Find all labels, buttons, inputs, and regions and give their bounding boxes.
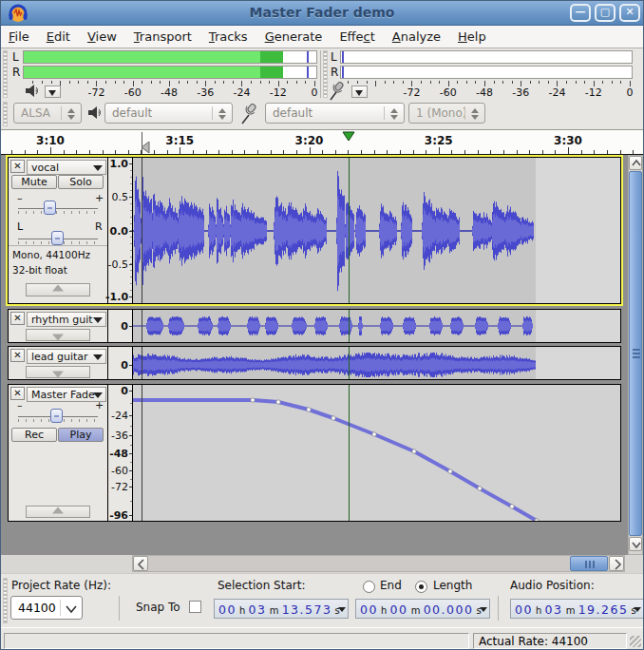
mute-button[interactable]: Mute: [11, 175, 57, 189]
track-close-button[interactable]: ✕: [10, 160, 25, 173]
menu-analyze[interactable]: Analyze: [384, 26, 449, 48]
radio-length[interactable]: [415, 581, 427, 593]
input-device-select[interactable]: default: [265, 103, 405, 124]
playhead-marker[interactable]: [342, 131, 356, 142]
project-rate-select[interactable]: 44100: [10, 596, 83, 620]
minimize-button[interactable]: —: [570, 4, 591, 22]
track-format-info: Mono, 44100Hz: [12, 249, 90, 260]
ruler-minor-tick: [130, 217, 132, 218]
selbar-separator-2: [498, 596, 499, 621]
selection-length-field[interactable]: 00 h 00 m 00.000 s: [355, 599, 490, 619]
meter-rec-dropdown[interactable]: [351, 86, 368, 98]
ruler-amp-label: 0.0: [105, 225, 128, 238]
track-name-button[interactable]: vocal: [27, 160, 106, 175]
host-select[interactable]: ALSA: [13, 103, 82, 124]
track-expand-button[interactable]: [26, 329, 90, 341]
meter-peak-hold: [342, 67, 344, 78]
gain-plus-label: +: [95, 192, 104, 204]
timeline-tick: [271, 150, 272, 154]
maximize-button[interactable]: ▢: [595, 4, 616, 22]
track-close-button[interactable]: ✕: [10, 312, 25, 325]
recording-meter-left[interactable]: [340, 50, 633, 64]
scroll-right-button[interactable]: [609, 556, 624, 571]
snap-to-checkbox[interactable]: [189, 601, 201, 613]
horizontal-scrollbar[interactable]: [132, 555, 625, 572]
scroll-up-button[interactable]: [629, 156, 642, 170]
radio-end[interactable]: [363, 581, 375, 593]
gain-slider-thumb[interactable]: [44, 201, 56, 215]
ruler-tick: [129, 515, 132, 516]
menu-view[interactable]: View: [79, 26, 125, 48]
track-close-button[interactable]: ✕: [10, 387, 25, 400]
menu-transport[interactable]: Transport: [125, 26, 200, 48]
input-channels-select[interactable]: 1 (Mono): [408, 103, 485, 124]
ruler-minor-tick: [130, 203, 132, 204]
horizontal-scroll-thumb[interactable]: [570, 556, 608, 571]
scroll-down-button[interactable]: [629, 537, 642, 551]
play-pin-marker[interactable]: [142, 142, 151, 154]
playback-meter-right[interactable]: [23, 66, 317, 79]
rec-button[interactable]: Rec: [11, 428, 57, 442]
menu-edit[interactable]: Edit: [38, 26, 79, 48]
meter-tick: [357, 81, 358, 84]
vertical-scrollbar[interactable]: [628, 155, 643, 555]
scroll-left-button[interactable]: [133, 556, 148, 571]
speaker-icon: [25, 84, 40, 98]
track-canvas[interactable]: ✕vocalMuteSolo–+LRMono, 44100Hz32-bit fl…: [0, 155, 644, 555]
timeline-tick: [257, 150, 258, 154]
meter-play-grip[interactable]: [3, 50, 8, 98]
ruler-amp-label: -0.5: [105, 258, 128, 271]
play-button[interactable]: Play: [58, 428, 104, 442]
ruler-minor-tick: [130, 237, 132, 238]
title-bar[interactable]: Master Fader demo — ▢ ✕: [0, 0, 644, 26]
ruler-minor-tick: [130, 270, 132, 271]
meter-play-dropdown[interactable]: [45, 86, 61, 98]
recording-meter-right[interactable]: [340, 66, 633, 79]
track-vocal[interactable]: ✕vocalMuteSolo–+LRMono, 44100Hz32-bit fl…: [6, 155, 623, 306]
timeline-tick: [244, 150, 245, 154]
master-fade-envelope[interactable]: [133, 385, 621, 522]
ruler-tick: [129, 415, 132, 416]
pan-slider-thumb[interactable]: [51, 231, 64, 245]
track-expand-button[interactable]: [26, 366, 90, 378]
envelope-slider-thumb[interactable]: [50, 409, 63, 423]
playback-meter-left[interactable]: [23, 50, 317, 64]
close-button[interactable]: ✕: [619, 4, 640, 22]
menu-help[interactable]: Help: [449, 26, 495, 48]
track-master-fade[interactable]: ✕Master Fade–+RecPlay0-24-36-48-60-72-96: [6, 382, 623, 524]
track-collapse-button[interactable]: [26, 506, 90, 518]
resize-grip[interactable]: [630, 636, 641, 647]
meter-tick: [142, 81, 142, 84]
menu-effect[interactable]: Effect: [331, 26, 383, 48]
solo-button[interactable]: Solo: [58, 175, 104, 189]
meter-tick: [96, 81, 97, 86]
selection-toolbar-grip[interactable]: [3, 578, 8, 623]
ruler-minor-tick: [130, 462, 132, 463]
track-rhythm-guitar[interactable]: ✕rhythm guit0: [6, 307, 623, 345]
track-close-button[interactable]: ✕: [10, 349, 25, 362]
menu-file[interactable]: File: [0, 26, 38, 48]
track-name-button[interactable]: rhythm guit: [27, 312, 106, 327]
audio-position-field[interactable]: 00 h 03 m 19.265 s: [510, 599, 644, 619]
track-bitdepth-info: 32-bit float: [12, 264, 67, 276]
timeline-ruler[interactable]: 3:103:153:203:253:30: [0, 129, 644, 155]
track-name-button[interactable]: lead guitar: [27, 349, 106, 364]
track-name: vocal: [31, 162, 59, 174]
menu-tracks[interactable]: Tracks: [200, 26, 256, 48]
ruler-minor-tick: [130, 230, 132, 231]
track-lead-guitar[interactable]: ✕lead guitar0: [6, 344, 623, 382]
gain-slider-track[interactable]: [18, 208, 98, 209]
timeline-tick: [581, 150, 582, 154]
thumb-grip: [593, 561, 595, 568]
menu-generate[interactable]: Generate: [256, 26, 331, 48]
output-device-select[interactable]: default: [104, 103, 233, 124]
meter-tick: [594, 81, 595, 86]
meter-scale-label: -60: [440, 86, 457, 99]
selection-start-field[interactable]: 00 h 03 m 13.573 s: [214, 599, 349, 619]
device-toolbar-grip[interactable]: [3, 102, 8, 126]
timeline-tick: [115, 150, 116, 154]
timeline-tick: [180, 147, 180, 154]
vertical-scroll-thumb[interactable]: [629, 171, 642, 536]
track-collapse-button[interactable]: [26, 283, 90, 296]
vocal-waveform: [133, 158, 621, 303]
